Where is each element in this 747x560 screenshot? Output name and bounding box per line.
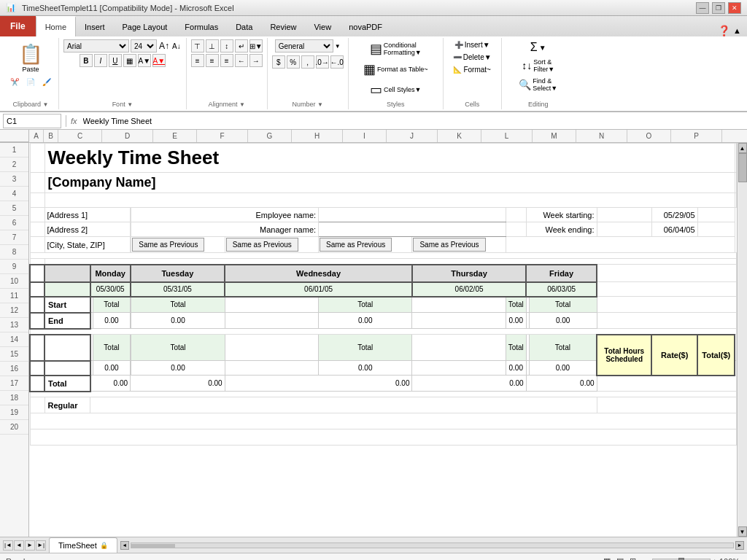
comma-button[interactable]: , bbox=[301, 55, 314, 69]
row-num-18[interactable]: 18 bbox=[0, 391, 28, 405]
middle-align-button[interactable]: ⊥ bbox=[206, 39, 219, 52]
cell-tue-total-val[interactable]: 0.00 bbox=[131, 376, 225, 392]
cell-right5[interactable] bbox=[697, 222, 735, 237]
cell-spacer5b[interactable] bbox=[506, 222, 526, 237]
conditional-formatting-button[interactable]: ▤ ConditionalFormatting▼ bbox=[367, 39, 425, 58]
col-header-m[interactable]: M bbox=[533, 130, 576, 142]
format-button[interactable]: 📐 Format~ bbox=[450, 64, 494, 75]
cell-a10[interactable] bbox=[30, 282, 44, 297]
cell-wed14[interactable] bbox=[225, 335, 318, 361]
row-num-19[interactable]: 19 bbox=[0, 405, 28, 420]
cell-thursday-date[interactable]: 06/02/05 bbox=[412, 282, 526, 297]
normal-view-icon[interactable]: ▦ bbox=[603, 556, 611, 560]
scroll-up-btn[interactable]: ▲ bbox=[738, 143, 747, 153]
cell-address1[interactable]: [Address 1] bbox=[44, 208, 131, 222]
row-num-20[interactable]: 20 bbox=[0, 420, 28, 435]
cell-thu-end-val[interactable]: 0.00 bbox=[506, 313, 526, 329]
col-header-f[interactable]: F bbox=[197, 130, 248, 142]
cell-mon-end-val[interactable]: 0.00 bbox=[93, 313, 130, 329]
cell-c3[interactable] bbox=[44, 193, 735, 208]
cut-button[interactable]: ✂️ bbox=[7, 77, 22, 88]
cell-city[interactable]: [City, State, ZIP] bbox=[44, 237, 131, 253]
col-header-h[interactable]: H bbox=[292, 130, 343, 142]
cell-right18[interactable] bbox=[597, 397, 736, 413]
cell-fri-end-val[interactable]: 0.00 bbox=[529, 313, 597, 329]
font-color-button[interactable]: A▼ bbox=[152, 54, 166, 67]
row-17-cells[interactable] bbox=[30, 392, 737, 397]
row-7-cells[interactable] bbox=[30, 253, 737, 259]
cell-thu-start[interactable] bbox=[412, 297, 506, 313]
cell-b9-empty[interactable] bbox=[44, 265, 90, 282]
autosum-button[interactable]: Σ ▼ bbox=[527, 39, 549, 55]
cell-total-dollar-label[interactable]: Total($) bbox=[697, 335, 735, 376]
cell-mon14-total[interactable]: Total bbox=[93, 335, 130, 361]
percent-button[interactable]: % bbox=[287, 55, 300, 69]
copy-button[interactable]: 📄 bbox=[23, 77, 38, 88]
center-align-button[interactable]: ≡ bbox=[206, 54, 219, 67]
cell-manager-label[interactable]: Manager name: bbox=[131, 222, 319, 237]
row-num-2[interactable]: 2 bbox=[0, 158, 28, 172]
cell-a15[interactable] bbox=[30, 361, 44, 376]
row-num-12[interactable]: 12 bbox=[0, 303, 28, 318]
cell-styles-button[interactable]: ▭ Cell Styles▼ bbox=[367, 80, 424, 99]
increase-decimal-button[interactable]: .0→ bbox=[316, 55, 329, 69]
cell-wed-end[interactable] bbox=[225, 313, 318, 329]
cell-spacer5c[interactable] bbox=[597, 222, 651, 237]
cell-thu14[interactable] bbox=[412, 335, 506, 361]
col-header-c[interactable]: C bbox=[58, 130, 102, 142]
decrease-decimal-button[interactable]: ←.0 bbox=[330, 55, 344, 69]
cell-wed-start[interactable] bbox=[225, 297, 318, 313]
minimize-ribbon-icon[interactable]: ▲ bbox=[733, 26, 741, 35]
cell-tue14-total[interactable]: Total bbox=[131, 335, 225, 361]
cell-wed15[interactable] bbox=[225, 361, 318, 376]
cell-wed15-val[interactable]: 0.00 bbox=[319, 361, 412, 376]
row-num-5[interactable]: 5 bbox=[0, 201, 28, 216]
sheet-tab-timesheet[interactable]: TimeSheet 🔒 bbox=[49, 537, 117, 553]
cell-tue-end-val[interactable]: 0.00 bbox=[131, 313, 225, 329]
row-num-3[interactable]: 3 bbox=[0, 172, 28, 187]
cell-right10[interactable] bbox=[597, 282, 736, 297]
cell-sap1[interactable]: Same as Previous bbox=[131, 237, 225, 253]
cell-employee-value[interactable] bbox=[319, 208, 506, 222]
cell-wednesday-header[interactable]: Wednesday bbox=[225, 265, 412, 282]
font-size-select[interactable]: 24 bbox=[131, 39, 157, 52]
col-header-d[interactable]: D bbox=[102, 130, 153, 142]
cell-a2[interactable] bbox=[30, 173, 44, 193]
cell-week-starting-label[interactable]: Week starting: bbox=[526, 208, 597, 222]
col-header-l[interactable]: L bbox=[481, 130, 533, 142]
cell-monday-date[interactable]: 05/30/05 bbox=[90, 282, 131, 297]
row-num-11[interactable]: 11 bbox=[0, 289, 28, 303]
number-format-expand[interactable]: ▼ bbox=[335, 43, 341, 50]
cell-a16[interactable] bbox=[30, 376, 44, 392]
cell-start-label[interactable]: Start bbox=[44, 297, 90, 313]
underline-button[interactable]: U bbox=[109, 54, 122, 67]
col-header-n[interactable]: N bbox=[576, 130, 627, 142]
cell-b10[interactable] bbox=[44, 282, 90, 297]
cell-manager-value[interactable] bbox=[319, 222, 506, 237]
cell-sap4[interactable]: Same as Previous bbox=[412, 237, 506, 253]
cell-end-label[interactable]: End bbox=[44, 313, 90, 329]
row-num-8[interactable]: 8 bbox=[0, 245, 28, 260]
cell-fri-total-val[interactable]: 0.00 bbox=[526, 376, 597, 392]
number-format-select[interactable]: General bbox=[275, 39, 333, 52]
same-as-previous-btn-3[interactable]: Same as Previous bbox=[320, 238, 392, 252]
col-header-k[interactable]: K bbox=[438, 130, 481, 142]
row-num-7[interactable]: 7 bbox=[0, 230, 28, 245]
cell-fri14-total[interactable]: Total bbox=[529, 335, 597, 361]
cell-tuesday-header[interactable]: Tuesday bbox=[131, 265, 225, 282]
cell-week-end-date[interactable]: 06/04/05 bbox=[651, 222, 697, 237]
close-btn[interactable]: ✕ bbox=[728, 2, 741, 14]
cell-c1-title[interactable]: Weekly Time Sheet bbox=[44, 144, 735, 173]
col-header-a[interactable]: A bbox=[29, 130, 44, 142]
tab-view[interactable]: View bbox=[305, 16, 340, 36]
cell-fri15-val[interactable]: 0.00 bbox=[529, 361, 597, 376]
tab-page-layout[interactable]: Page Layout bbox=[114, 16, 177, 36]
hscroll-right-btn[interactable]: ► bbox=[735, 541, 744, 550]
indent-increase-button[interactable]: → bbox=[249, 54, 263, 67]
cell-week-start-date[interactable]: 05/29/05 bbox=[651, 208, 697, 222]
row-num-9[interactable]: 9 bbox=[0, 260, 28, 274]
cell-thu14-total[interactable]: Total bbox=[506, 335, 526, 361]
cell-employee-label[interactable]: Employee name: bbox=[131, 208, 319, 222]
cell-friday-header[interactable]: Friday bbox=[526, 265, 597, 282]
cell-mon-total-val[interactable]: 0.00 bbox=[90, 376, 131, 392]
